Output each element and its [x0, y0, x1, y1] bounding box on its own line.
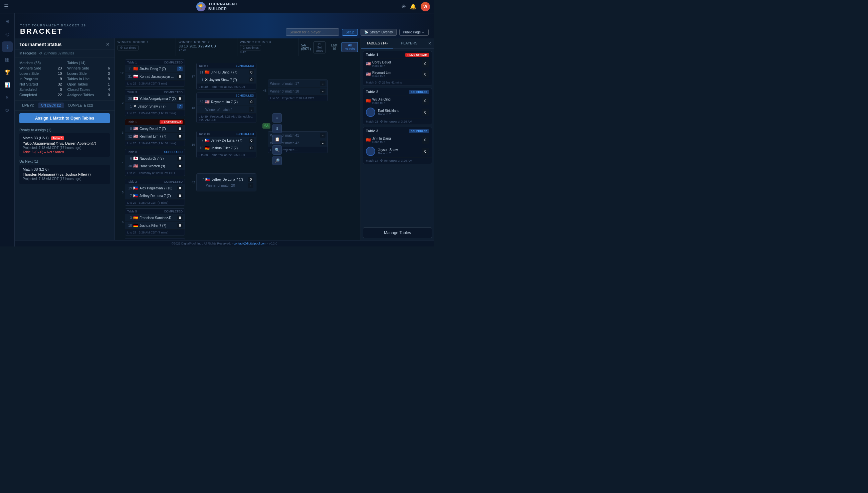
player-row-5a: 19 🇵🇭 Alex Pagulayan 7 (10) 0: [125, 185, 185, 192]
live-badge: LIVESTREAM: [160, 120, 183, 124]
table-card-3-header: Table 3 SCHEDULED: [363, 127, 432, 135]
player-row-r2-18a: 32 🇺🇸 Reymart Lim 7 (7) 0: [197, 98, 256, 106]
right-panel-tabs: TABLES (14) PLAYERS ✕: [361, 38, 434, 49]
left-panel: Tournament Status ✕ In Progress ⏱ 20 hou…: [15, 38, 115, 240]
match-box-4[interactable]: Table 8SCHEDULED 6 🇯🇵 Naoyuki Oi 7 (7) 0: [125, 149, 185, 176]
match-box-6[interactable]: Table 5COMPLETED 3 🇪🇸 Francisco Sanchez-…: [125, 209, 185, 235]
tool-zoom-in-icon[interactable]: 🔍: [272, 145, 282, 155]
all-rounds-filter-btn[interactable]: All rounds: [341, 42, 358, 52]
player-row-4a: 6 🇯🇵 Naoyuki Oi 7 (7) 0: [125, 155, 185, 162]
panel-close-icon[interactable]: ✕: [106, 42, 110, 47]
match-box-5[interactable]: Table 2COMPLETED 19 🇵🇭 Alex Pagulayan 7 …: [125, 179, 185, 206]
match-box-1[interactable]: Table 1COMPLETED 11 🇨🇳 Jin-Hu Dang 7 (7)…: [125, 60, 185, 86]
app-layout: ⊞ ◎ ⊹ ▦ 🏆 📊 $ ⚙ TEST TOURNAMENT BRACKET …: [0, 13, 434, 246]
header-banner: TEST TOURNAMENT BRACKET 29 BRACKET Setup…: [15, 13, 434, 38]
table3-player-1: 🇨🇳 Jin-Hu Dang Race to 7 0: [363, 135, 432, 145]
match-row-3: 3 Table 1 LIVESTREAM 8 🇺🇸 Corey Deuel 7 …: [118, 119, 185, 146]
tool-download-icon[interactable]: ⬇: [272, 124, 282, 133]
table3-footer: Match 17 ⏱ Tomorrow at 3:29 AM: [363, 157, 432, 164]
nav-trophy[interactable]: 🏆: [2, 67, 13, 78]
public-page-button[interactable]: Public Page →: [399, 29, 429, 36]
footer: ©2021 DigitalPool, Inc . All Rights Rese…: [15, 240, 434, 246]
match-row-5: 5 Table 2COMPLETED 19 🇵🇭 Alex Pagulayan …: [118, 179, 185, 206]
player-row-6b: 10 🇩🇪 Joshua Filler 7 (7) 0: [125, 222, 185, 230]
ready-label: Ready to Assign (1): [19, 128, 110, 132]
nav-stats[interactable]: ◎: [2, 29, 13, 39]
round-filters: 5-6 ($971) ⏱ Set times Last 16 All round…: [298, 38, 360, 56]
match-box-2[interactable]: Table 3COMPLETED 20 🇯🇵 Yukio Akagariyama…: [125, 89, 185, 116]
match-row-r3-winner41: Winner of match 41 - Winner of match 42 …: [261, 131, 328, 153]
live-badge-table1: LIVE STREAM: [405, 53, 429, 57]
nav-dollar[interactable]: $: [2, 92, 13, 103]
tab-complete[interactable]: COMPLETE (22): [65, 103, 96, 108]
player-row-1b: 31 🇵🇱 Konrad Juszczyszyn 7 (7) 0: [125, 73, 185, 81]
right-panel: TABLES (14) PLAYERS ✕ Table 1 LIVE STREA…: [360, 38, 434, 240]
ready-match-card: Match 33 (L2-1) Table 6 Yukio Akagariyam…: [19, 133, 110, 157]
player-row-2b: 1 ✕ Jayson Shaw 7 (7) 7: [125, 103, 185, 110]
icon-nav: ⊞ ◎ ⊹ ▦ 🏆 📊 $ ⚙: [0, 13, 15, 246]
right-panel-close-icon[interactable]: ✕: [425, 38, 434, 48]
table-card-2: Table 2 SCHEDULED 🇨🇳 Wu Jia-Qing Race to…: [363, 88, 432, 125]
notification-icon[interactable]: 🔔: [410, 3, 417, 10]
tab-players[interactable]: PLAYERS: [393, 38, 426, 48]
content-row: Tournament Status ✕ In Progress ⏱ 20 hou…: [15, 38, 434, 240]
nav-calendar[interactable]: ▦: [2, 54, 13, 65]
tab-on-deck[interactable]: ON DECK (1): [38, 103, 64, 108]
tool-list-icon[interactable]: ≡: [272, 113, 282, 123]
theme-toggle-icon[interactable]: ☀: [401, 3, 406, 10]
nav-home[interactable]: ⊞: [2, 16, 13, 27]
set-times-btn-4[interactable]: ⏱ Set times: [313, 41, 326, 53]
ready-match-players: Yukio Akagariyama(7) vs. Darren Appleton…: [23, 141, 107, 145]
tab-tables[interactable]: TABLES (14): [361, 38, 393, 48]
match-row-r3-41: 41 Winner of match 17 - Winner of match …: [261, 80, 328, 101]
match-box-3[interactable]: Table 1 LIVESTREAM 8 🇺🇸 Corey Deuel 7 (7…: [125, 119, 185, 146]
match-box-r2-18[interactable]: SCHEDULED 32 🇺🇸 Reymart Lim 7 (7) 0 Winn: [196, 92, 257, 123]
panel-title: Tournament Status: [19, 42, 62, 47]
player-row-r2-17b: 1 ✕ Jayson Shaw 7 (7) 0: [197, 76, 256, 84]
table3-player-2: Jayson Shaw Race to 7 0: [363, 145, 432, 157]
manage-tables-button[interactable]: Manage Tables: [363, 228, 432, 238]
player-row-5b: 7 🇵🇭 Jeffrey De Luna 7 (7) 0: [125, 192, 185, 200]
tool-zoom-out-icon[interactable]: 🔎: [272, 156, 282, 165]
up-next-label: Up Next (1): [19, 159, 110, 163]
last16-filter-btn[interactable]: Last 16: [328, 42, 340, 52]
player-row-r2-18b: Winner of match 4 -: [197, 106, 256, 113]
match-box-r3-41[interactable]: Winner of match 17 - Winner of match 18 …: [268, 80, 328, 101]
hamburger-icon[interactable]: ☰: [4, 3, 9, 10]
status-badge: In Progress: [19, 51, 37, 55]
table-card-2-header: Table 2 SCHEDULED: [363, 88, 432, 95]
table-cards: Table 1 LIVE STREAM 🇺🇸 Corey Deuel Race …: [361, 49, 434, 226]
assign-match-button[interactable]: Assign 1 Match to Open Tables: [19, 113, 110, 123]
nav-settings[interactable]: ⚙: [2, 105, 13, 115]
player-search-input[interactable]: [286, 28, 339, 36]
logo-area: 🏆 TOURNAMENTBUILDER: [196, 2, 238, 12]
tab-row: LIVE (9) ON DECK (1) COMPLETE (22): [15, 101, 114, 111]
round-col-2: WINNER ROUND 2 Jul 18, 2021 3:29 AM CDT …: [176, 38, 237, 56]
match-box-r2-17[interactable]: Table 3SCHEDULED 11 🇨🇳 Jin-Hu Dang 7 (7)…: [196, 63, 257, 90]
up-next-time: Projected: 7:18 AM CDT (17 hours ago): [23, 177, 107, 181]
set-times-btn-1[interactable]: ⏱ Set times: [117, 45, 138, 50]
tables-header: Tables (14) Winners Side6 Losers Side3 T…: [67, 60, 110, 98]
set-times-btn-3[interactable]: ⏱ Set times: [240, 45, 261, 50]
player-row-4b: 30 🇺🇸 Isaac Wooten (9) 0: [125, 162, 185, 170]
nav-chart[interactable]: 📊: [2, 80, 13, 90]
up-next-card: Match 38 (L2-6) Thorsten Hohmann(7) vs. …: [19, 165, 110, 184]
match-row-r2-17: 17 Table 3SCHEDULED 11 🇨🇳 Jin-Hu Dang 7 …: [190, 63, 257, 90]
tool-doc-icon[interactable]: 📋: [272, 135, 282, 144]
rounds-header: WINNER ROUND 1 ⏱ Set times WINNER ROUND …: [115, 38, 360, 56]
match-side-num-17: 17: [118, 71, 124, 75]
bracket-col-3: 41 Winner of match 17 - Winner of match …: [261, 80, 328, 153]
top-nav: ☰ 🏆 TOURNAMENTBUILDER ☀ 🔔 W: [0, 0, 434, 13]
table1-player-2: 🇺🇸 Reymart Lim Race to 7 0: [363, 69, 432, 79]
table1-footer: Match 3 ⏱ 21 hrs 41 mins: [363, 79, 432, 86]
match-box-6b[interactable]: Table 6COMPLETED —: [125, 238, 185, 240]
footer-email[interactable]: contact@digitalpool.com: [234, 242, 266, 245]
stream-overlay-button[interactable]: 📡 Stream Overlay: [360, 29, 396, 36]
tab-live[interactable]: LIVE (9): [19, 103, 37, 108]
nav-bracket[interactable]: ⊹: [2, 41, 13, 52]
player-row-r2-19a: 7 🇵🇭 Jeffrey De Luna 7 (7) 0: [197, 136, 256, 144]
setup-button[interactable]: Setup: [342, 29, 358, 36]
player-row-3a: 8 🇺🇸 Corey Deuel 7 (7) 0: [125, 125, 185, 133]
user-avatar[interactable]: W: [421, 2, 430, 12]
match-box-r2-19[interactable]: Table 10SCHEDULED 7 🇵🇭 Jeffrey De Luna 7…: [196, 131, 257, 158]
